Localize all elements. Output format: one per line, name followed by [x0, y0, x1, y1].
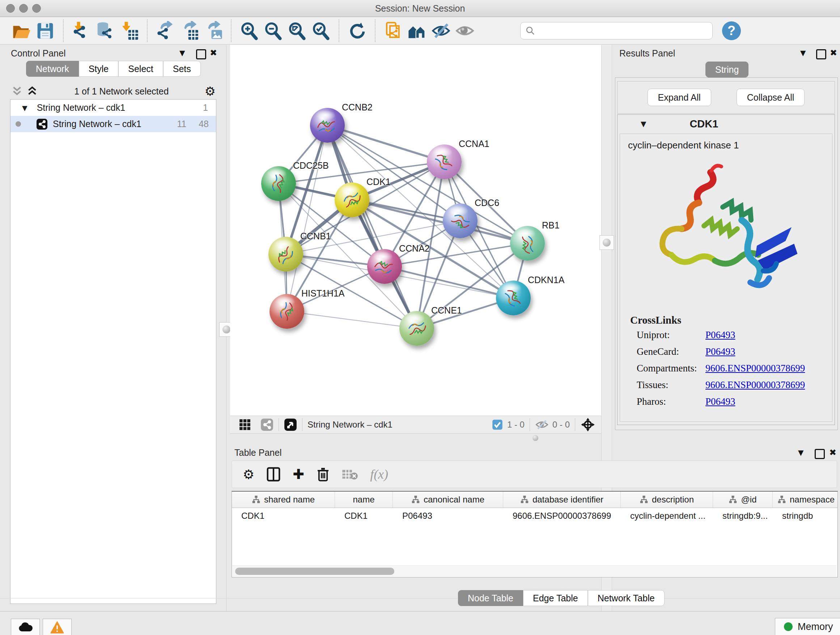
help-button[interactable]: ?	[722, 21, 741, 40]
fit-selected-crosshair-icon[interactable]	[580, 417, 595, 432]
network-canvas[interactable]: CCNB2 CCNA1 CDC25B CDK1 CDC6 RB1 CCNB1 C…	[230, 45, 601, 416]
memory-button[interactable]: Memory	[775, 618, 840, 635]
import-network-button[interactable]	[69, 19, 93, 42]
results-panel-float-icon[interactable]: ▼	[800, 49, 806, 57]
table-cell[interactable]: stringdb:9...	[713, 508, 773, 524]
table-cell[interactable]: stringdb	[773, 508, 838, 524]
gene-card-collapse-icon[interactable]: ▼	[641, 119, 646, 128]
table-panel-maximize-icon[interactable]	[815, 449, 825, 459]
network-node-ccnb1[interactable]	[268, 237, 303, 272]
table-panel-float-icon[interactable]: ▼	[798, 448, 804, 457]
strip-separator	[530, 418, 530, 431]
home-button[interactable]	[405, 19, 429, 42]
network-node-cdc25b[interactable]	[261, 166, 296, 201]
table-panel-close-icon[interactable]: ✖	[829, 448, 836, 458]
tab-network-table[interactable]: Network Table	[588, 590, 665, 606]
scrollbar-thumb[interactable]	[235, 568, 394, 575]
delete-column-trash-icon[interactable]	[317, 467, 330, 481]
control-panel-float-icon[interactable]: ▼	[180, 49, 185, 57]
crosslink-link[interactable]: 9606.ENSP00000378699	[706, 379, 805, 391]
tree-expand-icon[interactable]: ▼	[22, 104, 27, 112]
expand-all-button[interactable]: Expand All	[647, 89, 711, 106]
control-panel-maximize-icon[interactable]	[196, 49, 206, 59]
duplicate-network-button[interactable]	[381, 19, 405, 42]
collapse-all-icon[interactable]	[11, 86, 23, 97]
string-app-icon[interactable]	[261, 418, 273, 431]
tab-style[interactable]: Style	[79, 61, 118, 77]
crosslink-link[interactable]: P06493	[706, 329, 736, 340]
network-node-ccne1[interactable]	[399, 311, 434, 346]
control-panel-close-icon[interactable]: ✖	[210, 48, 217, 58]
network-node-cdkn1a[interactable]	[496, 280, 531, 315]
zoom-in-button[interactable]	[237, 19, 261, 42]
network-node-cdk1[interactable]	[335, 182, 369, 217]
import-database-button[interactable]	[93, 19, 117, 42]
export-image-button[interactable]	[201, 19, 225, 42]
crosslink-link[interactable]: P06493	[706, 396, 736, 407]
network-node-ccna1[interactable]	[427, 144, 462, 179]
network-collection-row[interactable]: ▼ String Network – cdk1 1	[11, 100, 216, 116]
hidden-eye-slash-icon	[535, 419, 549, 431]
table-cell[interactable]: 9606.ENSP00000378699	[503, 508, 621, 524]
search-box[interactable]	[520, 22, 713, 40]
tab-edge-table[interactable]: Edge Table	[523, 590, 588, 606]
show-columns-icon[interactable]	[267, 467, 280, 481]
table-cell[interactable]: CDK1	[335, 508, 393, 524]
export-network-button[interactable]	[153, 19, 177, 42]
results-panel-maximize-icon[interactable]	[816, 49, 826, 59]
table-cell[interactable]: P06493	[393, 508, 503, 524]
crosslink-link[interactable]: 9606.ENSP00000378699	[706, 363, 805, 374]
splitter-grip	[603, 239, 611, 247]
gene-card-header[interactable]: ▼ CDK1	[617, 115, 835, 133]
add-column-plus-icon[interactable]: ✚	[293, 466, 304, 482]
graphics-details-button[interactable]	[453, 19, 477, 42]
results-tab-string[interactable]: String	[706, 62, 748, 78]
network-node-ccnb2[interactable]	[310, 108, 345, 143]
network-node-cdc6[interactable]	[443, 203, 477, 238]
table-cell[interactable]: cyclin-dependent ...	[621, 508, 713, 524]
table-horizontal-scrollbar[interactable]	[232, 565, 836, 577]
tab-node-table[interactable]: Node Table	[458, 590, 523, 606]
search-input[interactable]	[538, 25, 708, 36]
column-header-namespace[interactable]: namespace	[773, 492, 838, 508]
right-splitter-handle[interactable]	[600, 235, 614, 250]
results-panel-close-icon[interactable]: ✖	[830, 48, 837, 58]
column-header-name[interactable]: name	[335, 492, 393, 508]
column-header-canonical-name[interactable]: canonical name	[393, 492, 503, 508]
crosslink-link[interactable]: P06493	[706, 346, 736, 357]
selected-checkbox-icon[interactable]	[492, 419, 503, 430]
column-header--id[interactable]: @id	[713, 492, 773, 508]
zoom-fit-button[interactable]	[285, 19, 309, 42]
export-table-button[interactable]	[177, 19, 201, 42]
warnings-button[interactable]	[43, 619, 72, 635]
tab-sets[interactable]: Sets	[163, 61, 201, 77]
network-row[interactable]: String Network – cdk1 11 48	[11, 116, 216, 132]
hide-unhide-button[interactable]	[429, 19, 453, 42]
column-header-description[interactable]: description	[621, 492, 713, 508]
expand-all-icon[interactable]	[26, 86, 38, 97]
open-session-button[interactable]	[9, 19, 33, 42]
node-table: shared namenamecanonical namedatabase id…	[232, 491, 838, 578]
column-header-database-identifier[interactable]: database identifier	[503, 492, 621, 508]
tab-select[interactable]: Select	[118, 61, 163, 77]
save-session-button[interactable]	[33, 19, 57, 42]
cloud-services-button[interactable]	[11, 619, 40, 635]
tab-network[interactable]: Network	[26, 61, 79, 77]
grid-view-icon[interactable]	[239, 418, 251, 431]
refresh-button[interactable]	[345, 19, 369, 42]
table-cell[interactable]: CDK1	[232, 508, 335, 524]
table-settings-gear-icon[interactable]: ⚙	[243, 467, 254, 482]
network-node-rb1[interactable]	[510, 226, 545, 261]
network-node-hist1h1a[interactable]	[270, 294, 304, 329]
horizontal-splitter-handle[interactable]	[532, 435, 538, 441]
hidden-count: 0 - 0	[553, 420, 570, 430]
table-row[interactable]: CDK1CDK1P064939606.ENSP00000378699cyclin…	[232, 508, 837, 524]
column-header-shared-name[interactable]: shared name	[232, 492, 335, 508]
zoom-out-button[interactable]	[261, 19, 285, 42]
collapse-all-button[interactable]: Collapse All	[737, 89, 805, 106]
birdseye-view-icon[interactable]	[284, 418, 297, 431]
import-table-button[interactable]	[117, 19, 141, 42]
network-node-ccna2[interactable]	[367, 249, 402, 284]
network-options-gear-icon[interactable]: ⚙	[205, 84, 216, 98]
zoom-selected-button[interactable]	[309, 19, 333, 42]
